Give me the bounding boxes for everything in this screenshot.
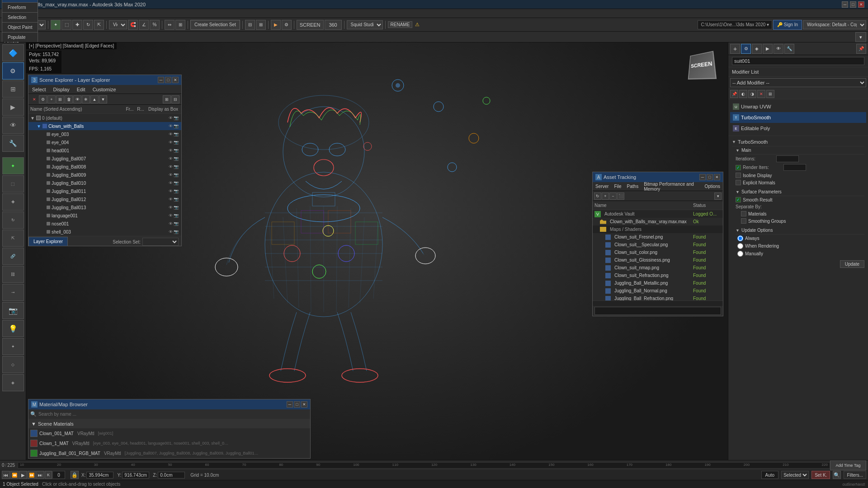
se-down-btn[interactable]: ▼ [99,95,107,103]
at-path-input[interactable] [594,307,721,315]
select-tool-btn[interactable]: ✦ [2,157,24,174]
mb-maximize-btn[interactable]: □ [294,401,300,408]
se-item-language001[interactable]: language001👁📷 [28,211,181,220]
se-item-clown-with-balls[interactable]: ▼Clown_with_Balls👁📷 [28,122,181,130]
at-row-clown-suit--specular[interactable]: Clown_suit__Specular.pngFound [593,241,723,249]
se-item-shell-003[interactable]: shell_003👁📷 [28,228,181,236]
pin-btn[interactable]: 📌 [856,44,866,54]
select-region-btn[interactable]: ⬚ [61,20,71,30]
bind-space-btn[interactable]: ⊸ [2,284,24,301]
workspace-dropdown[interactable]: Workspace: Default - Copy [803,20,866,29]
path-display[interactable]: C:\Users\1\One...\3ds Max 2020 ▾ [698,20,772,29]
se-hide-btn[interactable]: 👁 [73,95,81,103]
at-menu-server[interactable]: Server [593,184,611,189]
se-minimize-btn[interactable]: ─ [158,77,164,83]
tab-freeform[interactable]: Freeform [2,2,38,12]
at-menu-file[interactable]: File [611,184,624,189]
squid-studio-dropdown[interactable]: Squid Studio [347,20,383,29]
se-tab-layer-explorer[interactable]: Layer Explorer [28,237,68,246]
create-panel-btn[interactable]: 🔷 [2,44,24,61]
mirror-btn[interactable]: ⇔ [165,20,175,30]
utilities-panel-btn[interactable]: 🔧 [2,135,24,152]
se-add-layer-btn[interactable]: + [47,95,56,103]
configure-modifier-sets-btn[interactable]: ⊞ [766,90,774,98]
snap-toggle-btn[interactable]: 🧲 [128,20,138,30]
se-menu-select[interactable]: Select [28,85,50,94]
turbosmooth-section-title[interactable]: ▼ TurboSmooth [732,138,864,146]
play-btn[interactable]: ▶ [19,471,27,479]
namedsel-btn[interactable]: ⊟ [245,20,255,30]
se-item-nose001[interactable]: nose001👁📷 [28,220,181,228]
at-close-btn[interactable]: ✕ [714,174,720,180]
layers-btn[interactable]: ⊞ [256,20,266,30]
at-row-maps---shaders[interactable]: Maps / Shaders [593,225,723,233]
mat-row-2[interactable]: Juggling_Ball_001_RGB_MATVRayMtl[Jugglin… [28,448,310,458]
se-up-btn[interactable]: ▲ [90,95,99,103]
tab-selection[interactable]: Selection [2,12,38,22]
modifier-dropdown[interactable]: -- Add Modifier -- [730,78,866,87]
rename-btn[interactable]: RENAME [388,21,413,28]
at-refresh-btn[interactable]: ↻ [594,192,601,200]
modifier-unwrap-uvw[interactable]: U Unwrap UVW [730,101,866,112]
modifier-turbosmooth[interactable]: T TurboSmooth [730,112,866,123]
percent-snap-btn[interactable]: % [150,20,160,30]
at-menu-paths[interactable]: Paths [624,184,642,189]
ref-coord-dropdown[interactable]: View [109,20,127,29]
modifier-editable-poly[interactable]: E Editable Poly [730,123,866,134]
align-btn[interactable]: ⊞ [175,20,185,30]
at-row-autodesk-vault[interactable]: VAutodesk VaultLogged O... [593,210,723,218]
when-rendering-radio[interactable] [737,243,743,249]
modify-tab-btn[interactable]: ⚙ [741,44,751,54]
update-options-title[interactable]: ▼ Update Options [736,226,864,235]
render-btn[interactable]: ▶ [271,20,281,30]
tab-options-btn[interactable]: ▾ [855,32,866,42]
angle-snap-btn[interactable]: ∠ [139,20,149,30]
se-item-head001[interactable]: head001👁📷 [28,146,181,155]
pin-modifier-btn[interactable]: 📌 [730,90,738,98]
y-value[interactable]: 916.743cm [122,472,149,479]
se-close-tb-btn[interactable]: ✕ [30,95,38,103]
at-minimize-btn[interactable]: ─ [699,174,706,180]
se-maximize-btn[interactable]: □ [165,77,171,83]
isoline-checkbox[interactable] [736,173,741,178]
mat-row-0[interactable]: Clown_001_MATVRayMtl[wig001] [28,428,310,438]
rect-select-btn[interactable]: ⬚ [2,175,24,192]
at-options-btn[interactable]: ▾ [714,192,722,200]
hierarchy-tab-btn[interactable]: ◈ [752,44,762,54]
next-frame-btn[interactable]: ⏩ [28,471,36,479]
surface-params-title[interactable]: ▼ Surface Parameters [736,188,864,196]
at-row-clown-suit-fresnel-p[interactable]: Clown_suit_Fresnel.pngFound [593,233,723,241]
goto-start-btn[interactable]: ⏮ [2,471,10,479]
always-radio[interactable] [737,235,743,241]
tab-populate[interactable]: Populate [2,32,38,42]
create-tab-btn[interactable]: + [730,44,740,54]
sign-in-btn[interactable]: 🔑 Sign In [773,20,802,30]
tab-object-paint[interactable]: Object Paint [2,22,38,32]
se-item-juggling-ball009[interactable]: Juggling_Ball009👁📷 [28,171,181,179]
display-tab-btn[interactable]: 👁 [774,44,783,54]
se-collapse-all-btn[interactable]: ⊟ [171,95,179,103]
se-menu-display[interactable]: Display [50,85,73,94]
se-delete-btn[interactable]: 🗑 [65,95,73,103]
systems-btn[interactable]: ◈ [2,374,24,391]
rotate-btn[interactable]: ↻ [83,20,93,30]
selection-filter-dropdown[interactable]: Selected [781,471,809,479]
search-scene-btn[interactable]: 🔍 [833,471,841,479]
goto-end-btn[interactable]: ⏭ [36,471,44,479]
se-expand-all-btn[interactable]: ⊞ [163,95,171,103]
se-item-0--default-[interactable]: ▼0 (default)👁📷 [28,114,181,122]
display-panel-btn[interactable]: 👁 [2,117,24,134]
auto-key-btn[interactable]: Auto [761,471,779,479]
prev-frame-btn[interactable]: ⏪ [10,471,19,479]
time-lock-btn[interactable]: 🔒 [71,471,79,479]
se-item-eye-003[interactable]: eye_003👁📷 [28,130,181,138]
key-mode-btn[interactable]: K [45,471,52,479]
iterations-value[interactable]: 0 [776,155,799,162]
se-item-juggling-ball010[interactable]: Juggling_Ball010👁📷 [28,179,181,187]
at-row-clown-suit-color-png[interactable]: Clown_suit_color.pngFound [593,249,723,256]
at-maximize-btn[interactable]: □ [707,174,713,180]
smooth-result-checkbox[interactable]: ✓ [736,197,741,202]
se-item-juggling-ball008[interactable]: Juggling_Ball008👁📷 [28,163,181,171]
shapes-btn[interactable]: ◇ [2,356,24,373]
motion-tab-btn[interactable]: ▶ [763,44,773,54]
